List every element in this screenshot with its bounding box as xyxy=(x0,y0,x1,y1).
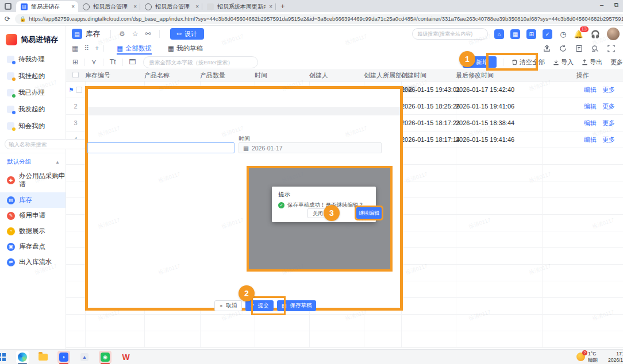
workspaces-icon[interactable] xyxy=(5,3,11,10)
app-logo-icon xyxy=(6,34,17,45)
col-header-dept[interactable]: 创建人所属部门 xyxy=(364,71,401,80)
export-label: 导出 xyxy=(590,58,602,67)
refresh-icon[interactable] xyxy=(559,45,567,52)
col-header-inventory-no[interactable]: 库存编号 xyxy=(85,71,144,80)
notification-bell-icon[interactable]: 🔔13 xyxy=(574,30,583,38)
prompt-dialog: 提示 ✓ 保存草稿成功！是否继续编辑？ 关闭 继续编辑 xyxy=(272,187,376,222)
weather-widget[interactable]: 1°C 晴朗 xyxy=(576,351,598,363)
sidebar-item-handled[interactable]: 我已办理 xyxy=(0,84,66,101)
sidebar-search-input[interactable] xyxy=(5,139,89,149)
cancel-button[interactable]: × 取消 xyxy=(214,300,242,311)
sidebar-app-stocktake[interactable]: ▣ 库存盘点 xyxy=(0,239,66,254)
drag-grid-icon[interactable]: ⠿ xyxy=(84,44,89,52)
browser-tab-1[interactable]: ▤ 简易进销存 × xyxy=(16,1,78,12)
wechat-taskbar-icon[interactable]: ◉ xyxy=(99,351,111,363)
col-header-created[interactable]: 创建时间 xyxy=(401,71,456,80)
user-avatar[interactable] xyxy=(607,28,620,40)
filter-funnel-icon[interactable]: ⋎ xyxy=(91,58,97,66)
sidebar-app-purchase-request[interactable]: ✚ 办公用品采购申请 xyxy=(0,168,66,192)
fullscreen-icon[interactable] xyxy=(607,45,615,52)
edge-taskbar-icon[interactable] xyxy=(16,351,29,363)
field-config-icon[interactable]: ⊞ xyxy=(72,58,78,66)
pending-icon xyxy=(7,56,14,63)
sidebar-app-stock-flow[interactable]: ⇄ 出入库流水 xyxy=(0,254,66,270)
row-more-link[interactable]: 更多 xyxy=(602,135,615,144)
share-link-icon[interactable]: ⚯ xyxy=(145,30,151,38)
taskbar-clock[interactable]: 17: 2026/1 xyxy=(603,351,623,363)
sidebar-item-pending[interactable]: 待我办理 xyxy=(0,51,66,68)
import-button[interactable]: 导入 xyxy=(553,58,574,67)
export-button[interactable]: 导出 xyxy=(582,58,602,67)
row-more-link[interactable]: 更多 xyxy=(602,102,615,111)
sidebar-item-suspended[interactable]: 我挂起的 xyxy=(0,68,66,84)
sidebar-item-initiated[interactable]: 我发起的 xyxy=(0,101,66,118)
add-view-icon[interactable]: + xyxy=(95,44,99,52)
text-size-icon[interactable]: Tt xyxy=(110,58,116,66)
sidebar-group-header[interactable]: 默认分组 ▲ xyxy=(0,153,66,168)
tab-close-icon[interactable]: × xyxy=(71,3,75,10)
search-settings-icon[interactable] xyxy=(591,45,599,52)
continue-edit-button[interactable]: 继续编辑 xyxy=(356,207,382,219)
col-header-modified[interactable]: 最后修改时间 xyxy=(456,71,542,80)
form-icon[interactable] xyxy=(575,45,583,52)
contacts-icon[interactable]: ▦ xyxy=(510,29,520,39)
sidebar-app-data-display[interactable]: ◔ 数据展示 xyxy=(0,223,66,239)
col-header-product-name[interactable]: 产品名称 xyxy=(144,71,200,80)
pinned-app-icon[interactable]: ▲ xyxy=(78,351,91,363)
lock-icon: 🔒 xyxy=(20,16,26,22)
address-bar[interactable]: 🔒 https://app82759.eapps.dingtalkcloud.c… xyxy=(15,14,623,24)
table-search-input[interactable] xyxy=(143,56,258,68)
edit-link[interactable]: 编辑 xyxy=(584,102,597,111)
cell-created: 2026-01-15 19:43:01 xyxy=(401,86,456,93)
tab-close-icon[interactable]: × xyxy=(269,3,272,10)
todo-icon[interactable]: ✓ xyxy=(543,29,552,39)
edit-link[interactable]: 编辑 xyxy=(584,135,597,144)
group-label: 默认分组 xyxy=(7,158,31,166)
share-icon[interactable] xyxy=(543,45,551,52)
global-search-input[interactable] xyxy=(412,28,488,40)
col-header-creator[interactable]: 创建人 xyxy=(309,71,364,80)
sidebar-app-inventory[interactable]: ▤ 库存 xyxy=(0,192,66,208)
minimize-button[interactable]: – xyxy=(600,1,603,9)
new-tab-button[interactable]: + xyxy=(280,2,285,10)
tab-label: 我的草稿 xyxy=(176,44,203,53)
tab-my-drafts[interactable]: ▦ 我的草稿 xyxy=(168,42,203,55)
browser-tab-3[interactable]: 招贝后台管理 × xyxy=(140,1,202,12)
browser-tab-4[interactable]: 招贝系统本周更新内容整理 - 豆包 × xyxy=(202,1,276,12)
tab-close-icon[interactable]: × xyxy=(195,3,199,10)
browser-tab-2[interactable]: 招贝后台管理 × xyxy=(78,1,140,12)
calendar-icon: ▦ xyxy=(243,145,249,152)
edit-link[interactable]: 编辑 xyxy=(584,86,597,94)
wps-taskbar-icon[interactable]: W xyxy=(120,351,132,363)
home-icon[interactable]: ⌂ xyxy=(494,29,504,39)
col-header-qty[interactable]: 产品数量 xyxy=(200,71,255,80)
select-all-checkbox[interactable] xyxy=(72,72,79,78)
clock-time: 17: xyxy=(603,351,623,357)
more-button[interactable]: 更多 xyxy=(610,58,623,67)
view-switch-icon[interactable]: ▦ xyxy=(72,44,78,52)
history-clock-icon[interactable]: ◷ xyxy=(560,30,566,38)
file-explorer-icon[interactable] xyxy=(37,351,49,363)
start-button[interactable] xyxy=(0,351,8,363)
tab-close-icon[interactable]: × xyxy=(133,3,137,10)
more-label: 更多 xyxy=(610,58,623,67)
settings-gear-icon[interactable]: ⚙ xyxy=(119,30,125,38)
apps-grid-icon[interactable]: ⊞ xyxy=(526,29,536,39)
tab-all-data[interactable]: ▦ 全部数据 xyxy=(117,42,152,55)
row-more-link[interactable]: 更多 xyxy=(602,86,615,94)
support-headset-icon[interactable]: 🎧 xyxy=(591,30,600,38)
refresh-icon[interactable]: ⟳ xyxy=(5,15,10,23)
dialog-text-input[interactable] xyxy=(87,142,234,153)
row-more-link[interactable]: 更多 xyxy=(602,119,615,127)
design-button[interactable]: ✏ 设计 xyxy=(170,28,204,40)
sidebar-app-requisition[interactable]: ✎ 领用申请 xyxy=(0,208,66,223)
col-header-time[interactable]: 时间 xyxy=(255,71,309,80)
layout-panel-icon[interactable]: 🗔 xyxy=(129,58,136,66)
edit-link[interactable]: 编辑 xyxy=(584,119,597,127)
restore-button[interactable]: ⧉ xyxy=(614,1,618,9)
sidebar-item-notified[interactable]: 知会我的 xyxy=(0,118,66,134)
dingtalk-taskbar-icon[interactable]: ◗ xyxy=(57,351,70,363)
time-field-value[interactable]: ▦ 2026-01-17 xyxy=(239,142,382,153)
favorite-star-icon[interactable]: ☆ xyxy=(132,30,139,38)
row-checkbox[interactable] xyxy=(76,87,82,93)
